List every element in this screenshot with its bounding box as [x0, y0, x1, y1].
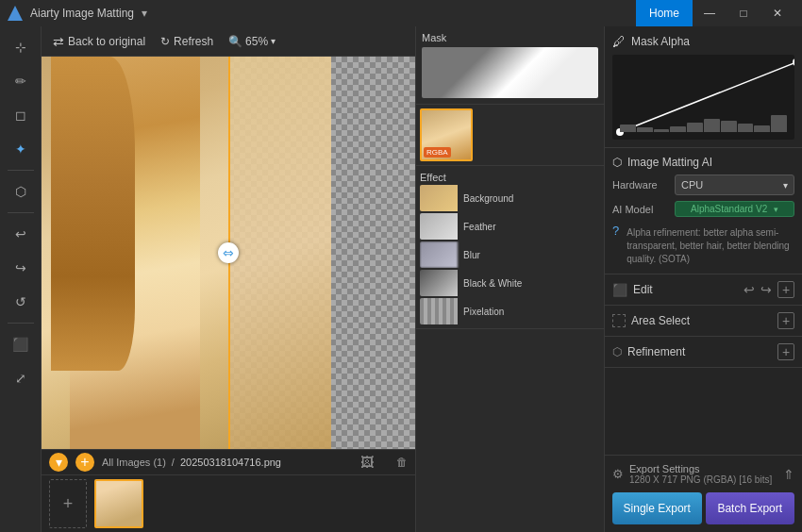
export-buttons: Single Export Batch Export — [612, 492, 794, 524]
area-select-header[interactable]: Area Select + — [605, 306, 802, 336]
effect-blur-thumb — [420, 241, 458, 268]
maximize-button[interactable]: □ — [727, 0, 760, 26]
zoom-control[interactable]: 🔍 65% ▾ — [228, 35, 276, 48]
effect-background-label: Background — [458, 193, 513, 204]
eraser-tool-button[interactable]: ◻ — [6, 100, 36, 130]
title-bar-right: Home — □ ✕ — [636, 0, 794, 26]
filmstrip-separator: / — [172, 457, 175, 468]
effect-pixelation-thumb — [420, 298, 458, 324]
effect-bw[interactable]: Black & White — [420, 270, 600, 296]
hist-bar-4 — [670, 126, 686, 132]
ai-model-badge[interactable]: AlphaStandard V2 ▾ — [675, 201, 794, 217]
effect-section-header: Effect — [420, 170, 600, 185]
effect-feather[interactable]: Feather — [420, 213, 600, 240]
mask-alpha-section: 🖊 Mask Alpha — [605, 26, 802, 148]
paint-tool-button[interactable]: ⬡ — [6, 176, 36, 207]
refinement-title: ⬡ Refinement — [612, 345, 685, 358]
effect-pixelation[interactable]: Pixelation — [420, 298, 600, 324]
redo-button[interactable]: ↪ — [6, 253, 36, 283]
filmstrip-content: + — [42, 475, 415, 532]
export-settings-expand-icon[interactable]: ⇑ — [783, 467, 794, 482]
effect-background[interactable]: Background — [420, 185, 600, 211]
hardware-select[interactable]: CPU ▾ — [675, 175, 794, 195]
canvas-area[interactable]: ⇔ — [42, 57, 415, 449]
refinement-add-button[interactable]: + — [777, 343, 794, 360]
title-bar: Aiarty Image Matting ▾ Home — □ ✕ — [0, 0, 802, 26]
effect-blur[interactable]: Blur — [420, 241, 600, 268]
brush-tool-button[interactable]: ✏ — [6, 66, 36, 96]
info-icon: ? — [612, 224, 619, 238]
wand-tool-button[interactable]: ✦ — [6, 134, 36, 164]
ai-model-dropdown-icon: ▾ — [774, 205, 778, 214]
mask-section: Mask — [416, 26, 604, 105]
ai-model-row: AI Model AlphaStandard V2 ▾ — [612, 201, 794, 217]
edit-title: ⬛ Edit — [612, 283, 653, 297]
edit-section: ⬛ Edit ↩ ↪ + — [605, 274, 802, 306]
undo-icon[interactable]: ↩ — [744, 282, 755, 297]
edit-icon: ⬛ — [612, 283, 627, 297]
original-photo-left — [42, 57, 228, 449]
mask-alpha-title-row: 🖊 Mask Alpha — [612, 34, 794, 49]
single-export-button[interactable]: Single Export — [612, 492, 702, 524]
refresh-icon: ↻ — [160, 35, 170, 48]
zoom-dropdown-icon[interactable]: ▾ — [271, 36, 276, 46]
canvas-toolbar: ⇄ Back to original ↻ Refresh 🔍 65% ▾ — [42, 26, 415, 57]
ai-section-title-row: ⬡ Image Matting AI — [612, 156, 794, 169]
zoom-button[interactable]: ⤢ — [6, 363, 36, 393]
close-button[interactable]: ✕ — [760, 0, 794, 26]
back-to-original-label: Back to original — [68, 35, 145, 48]
filmstrip-expand-button[interactable]: ▾ — [49, 453, 68, 472]
edit-add-button[interactable]: + — [777, 281, 794, 298]
ai-model-label: AI Model — [612, 204, 669, 215]
effect-feather-thumb — [420, 213, 458, 240]
effect-bw-label: Black & White — [458, 278, 522, 289]
thumbnail-item-1[interactable] — [94, 479, 143, 528]
app-dropdown-icon[interactable]: ▾ — [142, 7, 147, 20]
filmstrip-info: All Images (1) / 20250318104716.png — [102, 457, 281, 468]
app-icon — [8, 6, 23, 21]
export-section: ⚙ Export Settings 1280 X 717 PNG (RGBA) … — [605, 455, 802, 532]
mask-alpha-chart[interactable] — [612, 55, 794, 140]
refinement-header[interactable]: ⬡ Refinement + — [605, 337, 802, 367]
area-select-section: Area Select + — [605, 306, 802, 337]
batch-export-button[interactable]: Batch Export — [706, 492, 795, 524]
effect-section: Effect Background Feather Blur Black & W… — [416, 166, 604, 329]
home-button[interactable]: Home — [636, 0, 693, 26]
ai-section: ⬡ Image Matting AI Hardware CPU ▾ AI Mod… — [605, 148, 802, 274]
undo-button[interactable]: ↩ — [6, 219, 36, 249]
thumb-row: RGBA — [420, 108, 600, 161]
tool-divider-2 — [8, 212, 34, 213]
edit-header[interactable]: ⬛ Edit ↩ ↪ + — [605, 274, 802, 305]
filmstrip-add-button[interactable]: + — [75, 453, 94, 472]
back-to-original-button[interactable]: ⇄ Back to original — [53, 34, 145, 49]
effect-list: Background Feather Blur Black & White Pi… — [420, 185, 600, 324]
hist-bar-9 — [754, 125, 770, 132]
export-settings-row: ⚙ Export Settings 1280 X 717 PNG (RGBA) … — [612, 463, 794, 485]
area-select-add-button[interactable]: + — [777, 312, 794, 329]
filmstrip-controls: 🖼 🗑 — [360, 455, 408, 470]
view-button[interactable]: ⬛ — [6, 329, 36, 359]
ai-hint-row: ? Alpha refinement: better alpha semi-tr… — [612, 223, 794, 266]
reset-button[interactable]: ↺ — [6, 287, 36, 317]
right-effect-panel: Mask RGBA Effect Background — [415, 26, 604, 532]
hist-bar-7 — [721, 121, 737, 132]
hardware-value: CPU — [681, 179, 703, 191]
move-tool-button[interactable]: ⊹ — [6, 32, 36, 62]
thumb-card-rgba[interactable]: RGBA — [420, 108, 473, 161]
redo-icon[interactable]: ↪ — [760, 282, 772, 297]
refresh-button[interactable]: ↻ Refresh — [160, 35, 213, 48]
thumbnail-image-1 — [96, 481, 142, 526]
ai-model-value: AlphaStandard V2 — [691, 204, 767, 214]
hist-bar-3 — [654, 129, 670, 132]
main-container: ⊹ ✏ ◻ ✦ ⬡ ↩ ↪ ↺ ⬛ ⤢ ⇄ Back to original ↻… — [0, 26, 802, 532]
tool-divider-1 — [8, 170, 34, 171]
add-image-button[interactable]: + — [49, 479, 87, 528]
delete-icon[interactable]: 🗑 — [396, 456, 408, 469]
hardware-row: Hardware CPU ▾ — [612, 175, 794, 195]
split-handle[interactable]: ⇔ — [218, 242, 239, 263]
matted-subject — [228, 57, 331, 449]
hist-bar-1 — [620, 125, 636, 132]
minimize-button[interactable]: — — [693, 0, 727, 26]
filmstrip-bar: ▾ + All Images (1) / 20250318104716.png … — [42, 449, 415, 532]
refinement-icon: ⬡ — [612, 345, 622, 358]
